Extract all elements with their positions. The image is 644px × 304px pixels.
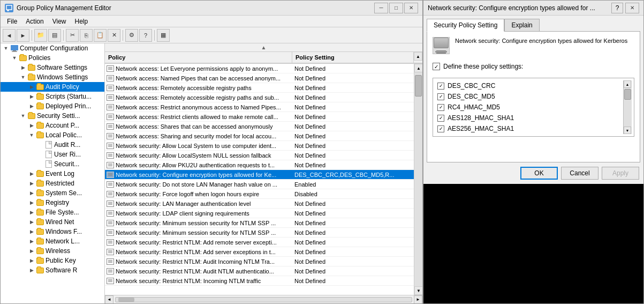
copy-button[interactable]: ⎘ — [80, 29, 93, 42]
tree-panel[interactable]: ▼ Computer Configuration ▼ Policies ▶ So… — [1, 43, 105, 303]
tree-node-system-services[interactable]: ▶ System Se... — [1, 188, 104, 198]
list-item[interactable]: Network access: Restrict anonymous acces… — [105, 102, 414, 112]
list-item[interactable]: Network security: Allow LocalSystem NULL… — [105, 151, 414, 160]
expand-restricted-groups[interactable]: ▶ — [27, 179, 36, 188]
expand-scripts[interactable]: ▶ — [27, 92, 36, 101]
tree-node-software-settings[interactable]: ▶ Software Settings — [1, 63, 104, 72]
list-item[interactable]: Network security: Restrict NTLM: Audit N… — [105, 266, 414, 276]
h-scroll-right[interactable]: ► — [414, 295, 422, 304]
define-checkbox[interactable] — [433, 63, 440, 70]
tree-node-wired-network[interactable]: ▶ Wired Net — [1, 217, 104, 227]
list-item[interactable]: Network security: Restrict NTLM: Add rem… — [105, 238, 414, 247]
scroll-track[interactable] — [414, 72, 422, 286]
dialog-help-button[interactable]: ? — [611, 3, 623, 13]
expand-security-settings[interactable]: ▼ — [19, 112, 27, 120]
list-body[interactable]: Network access: Let Everyone permissions… — [105, 64, 414, 295]
enc-checkbox-2[interactable] — [437, 104, 444, 111]
close-button[interactable]: ✕ — [404, 3, 418, 13]
list-item[interactable]: Network access: Named Pipes that can be … — [105, 73, 414, 83]
list-item[interactable]: Network security: Restrict NTLM: Add ser… — [105, 247, 414, 257]
properties-button[interactable]: ⚙ — [125, 29, 138, 42]
expand-policies[interactable]: ▼ — [10, 54, 19, 62]
expand-registry[interactable]: ▶ — [27, 198, 36, 207]
expand-public-key[interactable]: ▶ — [27, 256, 36, 265]
tree-node-public-key[interactable]: ▶ Public Key — [1, 256, 104, 265]
tree-node-registry[interactable]: ▶ Registry — [1, 198, 104, 207]
enc-scroll-thumb[interactable] — [624, 89, 631, 100]
enc-item-3[interactable]: AES128_HMAC_SHA1 — [435, 113, 623, 123]
enc-scroll-down[interactable]: ▼ — [624, 127, 631, 134]
minimize-button[interactable]: ─ — [374, 3, 388, 13]
list-item[interactable]: Network security: LDAP client signing re… — [105, 209, 414, 218]
back-button[interactable]: ◄ — [3, 29, 16, 42]
enc-item-0[interactable]: DES_CBC_CRC — [435, 80, 623, 91]
enc-list-scrollbar[interactable]: ▲ ▼ — [623, 80, 632, 134]
expand-file-system[interactable]: ▶ — [27, 208, 36, 217]
delete-button[interactable]: ✕ — [108, 29, 120, 42]
expand-local-policies[interactable]: ▼ — [27, 131, 36, 139]
expand-account-policies[interactable]: ▶ — [27, 121, 36, 130]
enc-checkbox-4[interactable] — [437, 125, 444, 132]
list-item[interactable]: Network security: LAN Manager authentica… — [105, 199, 414, 209]
list-item[interactable]: Network security: Allow PKU2U authentica… — [105, 160, 414, 170]
enc-checkbox-1[interactable] — [437, 93, 444, 100]
dialog-close-button[interactable]: ✕ — [625, 3, 639, 13]
expand-deployed-printers[interactable]: ▶ — [27, 102, 36, 110]
enc-item-2[interactable]: RC4_HMAC_MD5 — [435, 102, 623, 113]
scroll-up-area[interactable]: ▲ — [105, 43, 422, 52]
cancel-button[interactable]: Cancel — [561, 167, 598, 180]
enc-item-4[interactable]: AES256_HMAC_SHA1 — [435, 123, 623, 134]
scroll-up-button[interactable]: ▲ — [414, 64, 422, 72]
list-item[interactable]: Network access: Remotely accessible regi… — [105, 93, 414, 102]
tree-node-windows-settings[interactable]: ▼ Windows Settings — [1, 72, 104, 82]
tree-node-security-settings[interactable]: ▼ Security Setti... — [1, 111, 104, 121]
expand-windows-firewall[interactable]: ▶ — [27, 227, 36, 236]
list-item[interactable]: Network access: Let Everyone permissions… — [105, 64, 414, 73]
tree-node-scripts[interactable]: ▶ Scripts (Startu... — [1, 92, 104, 101]
tree-node-computer-config[interactable]: ▼ Computer Configuration — [1, 43, 104, 53]
tree-node-audit-policy[interactable]: ▶ Audit Policy — [1, 82, 104, 92]
expand-windows-settings[interactable]: ▼ — [19, 73, 27, 81]
enc-checkbox-3[interactable] — [437, 115, 444, 122]
h-scroll-left[interactable]: ◄ — [105, 295, 113, 304]
tree-node-account-policies[interactable]: ▶ Account P... — [1, 121, 104, 130]
list-item[interactable]: Network security: Restrict NTLM: Incomin… — [105, 276, 414, 286]
ok-button[interactable]: OK — [520, 167, 558, 180]
list-item[interactable]: Network access: Restrict clients allowed… — [105, 112, 414, 122]
tree-node-event-log[interactable]: ▶ Event Log — [1, 169, 104, 179]
tree-node-wireless-network[interactable]: ▶ Wireless — [1, 246, 104, 256]
toggle-button[interactable]: ▤ — [48, 29, 61, 42]
tree-node-security-options[interactable]: ▶ Securit... — [1, 159, 104, 169]
forward-button[interactable]: ► — [17, 29, 29, 42]
list-item[interactable]: Network security: Minimum session securi… — [105, 218, 414, 228]
enc-scroll-track[interactable] — [624, 88, 632, 127]
tree-node-deployed-printers[interactable]: ▶ Deployed Prin... — [1, 101, 104, 111]
tree-node-audit-r[interactable]: ▶ Audit R... — [1, 140, 104, 150]
list-item[interactable]: Network security: Minimum session securi… — [105, 228, 414, 238]
expand-system-services[interactable]: ▶ — [27, 189, 36, 197]
encryption-scroll[interactable]: DES_CBC_CRC DES_CBC_MD5 RC4_HMAC_MD5 AES… — [435, 80, 623, 134]
menu-view[interactable]: View — [48, 17, 71, 26]
expand-software-restriction[interactable]: ▶ — [27, 266, 36, 275]
scroll-thumb[interactable] — [415, 75, 422, 97]
enc-scroll-up[interactable]: ▲ — [624, 80, 631, 88]
cut-button[interactable]: ✂ — [66, 29, 79, 42]
expand-software-settings[interactable]: ▶ — [19, 63, 27, 72]
view-button[interactable]: ▦ — [157, 29, 170, 42]
enc-item-1[interactable]: DES_CBC_MD5 — [435, 91, 623, 102]
tree-node-user-rights[interactable]: ▶ User Ri... — [1, 150, 104, 159]
list-item[interactable]: Network security: Do not store LAN Manag… — [105, 180, 414, 189]
list-item[interactable]: Network access: Shares that can be acces… — [105, 122, 414, 131]
tree-node-policies[interactable]: ▼ Policies — [1, 53, 104, 63]
tree-node-local-policies[interactable]: ▼ Local Polic... — [1, 130, 104, 140]
expand-wired-network[interactable]: ▶ — [27, 218, 36, 226]
apply-button[interactable]: Apply — [602, 167, 639, 180]
tree-node-network-list[interactable]: ▶ Network L... — [1, 236, 104, 246]
col-header-setting[interactable]: Policy Setting — [292, 51, 414, 63]
enc-checkbox-0[interactable] — [437, 83, 444, 90]
list-item[interactable]: Network security: Force logoff when logo… — [105, 189, 414, 199]
expand-computer-config[interactable]: ▼ — [2, 44, 10, 53]
help-button[interactable]: ? — [139, 29, 152, 42]
list-item[interactable]: Network access: Sharing and security mod… — [105, 131, 414, 141]
list-item-selected[interactable]: Network security: Configure encryption t… — [105, 170, 414, 180]
